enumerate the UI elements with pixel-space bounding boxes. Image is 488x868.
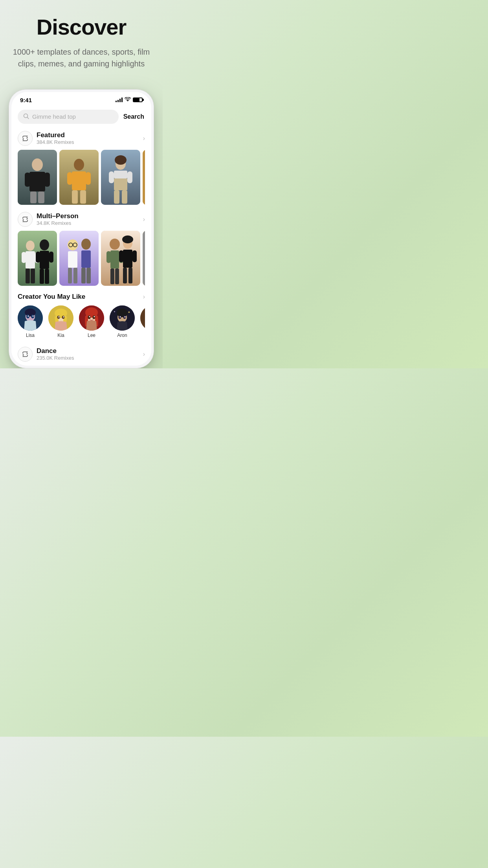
- featured-subtitle: 384.8K Remixes: [37, 139, 74, 145]
- svg-point-72: [33, 315, 34, 316]
- svg-rect-63: [123, 268, 127, 283]
- multi-person-thumb-partial[interactable]: [143, 231, 145, 286]
- svg-rect-4: [29, 172, 45, 191]
- featured-thumb-3[interactable]: [101, 150, 140, 205]
- phone-inner: 9:41: [11, 92, 151, 366]
- svg-line-1: [28, 117, 29, 119]
- search-button[interactable]: Search: [123, 112, 145, 122]
- svg-rect-25: [143, 150, 145, 205]
- creator-name-lisa: Lisa: [26, 333, 35, 338]
- featured-thumb-2[interactable]: [59, 150, 99, 205]
- dance-header-left: Dance 235.0K Remixes: [18, 347, 74, 362]
- svg-rect-31: [26, 268, 30, 283]
- creator-avatar-aron: ✦ ✦: [110, 305, 135, 331]
- status-bar: 9:41: [11, 92, 151, 106]
- svg-rect-62: [132, 250, 137, 262]
- creator-name-kia: Kia: [57, 333, 64, 338]
- battery-icon: [133, 97, 143, 102]
- multi-person-thumb-3[interactable]: [101, 231, 140, 286]
- hero-section: Discover 1000+ templates of dances, spor…: [0, 16, 163, 81]
- svg-rect-20: [114, 178, 127, 190]
- svg-rect-65: [143, 231, 145, 286]
- creator-avatar-ethan: [140, 305, 145, 331]
- multi-person-section-header: Multi–Person 34.8K Remixes ›: [18, 212, 145, 227]
- dance-remix-icon: [18, 347, 33, 362]
- svg-point-82: [85, 307, 98, 318]
- svg-rect-23: [114, 190, 119, 204]
- svg-point-85: [89, 316, 90, 317]
- svg-point-75: [55, 309, 67, 318]
- svg-rect-14: [72, 190, 78, 204]
- creator-avatar-lisa: [18, 305, 43, 331]
- svg-rect-37: [40, 269, 44, 284]
- svg-rect-53: [110, 250, 119, 268]
- creators-section: Creator You May Like ›: [18, 293, 145, 338]
- creators-row: Lisa: [18, 305, 145, 338]
- svg-rect-39: [59, 231, 99, 286]
- dance-title: Dance: [37, 347, 74, 355]
- featured-thumbnails: [18, 150, 145, 205]
- phone-mockup: 9:41: [9, 89, 154, 368]
- svg-rect-61: [119, 250, 123, 262]
- svg-rect-38: [45, 269, 49, 284]
- featured-title: Featured: [37, 131, 74, 139]
- svg-rect-48: [81, 250, 91, 268]
- svg-rect-64: [128, 268, 132, 283]
- svg-point-47: [81, 239, 91, 250]
- svg-point-86: [94, 316, 95, 317]
- hero-subtitle: 1000+ templates of dances, sports, film …: [12, 46, 151, 70]
- svg-point-71: [28, 315, 29, 316]
- search-icon: [23, 113, 29, 120]
- search-row: Gimme head top Search: [18, 110, 145, 124]
- signal-bars-icon: [116, 97, 123, 102]
- svg-point-78: [59, 316, 60, 317]
- creator-kia[interactable]: Kia: [48, 305, 73, 338]
- creator-ethan[interactable]: Ethan: [140, 305, 145, 338]
- svg-rect-56: [110, 268, 114, 284]
- creators-header: Creator You May Like ›: [18, 293, 145, 301]
- creator-aron[interactable]: ✦ ✦ Aron: [110, 305, 135, 338]
- status-icons: [116, 97, 143, 103]
- status-time: 9:41: [20, 97, 32, 103]
- creator-lisa[interactable]: Lisa: [18, 305, 43, 338]
- svg-point-52: [110, 239, 120, 250]
- creator-avatar-kia: [48, 305, 73, 331]
- svg-rect-29: [22, 252, 26, 263]
- svg-point-92: [120, 316, 121, 317]
- featured-chevron-icon[interactable]: ›: [143, 135, 145, 142]
- search-placeholder: Gimme head top: [32, 113, 113, 120]
- featured-thumb-partial[interactable]: [143, 150, 145, 205]
- svg-rect-57: [115, 268, 119, 284]
- multi-person-thumb-2[interactable]: [59, 231, 99, 286]
- svg-point-79: [63, 316, 64, 317]
- dance-subtitle: 235.0K Remixes: [37, 355, 74, 361]
- multi-person-thumb-1[interactable]: [18, 231, 57, 286]
- svg-point-84: [93, 315, 95, 319]
- svg-rect-11: [72, 171, 86, 190]
- svg-rect-35: [36, 252, 40, 263]
- multi-person-header-left: Multi–Person 34.8K Remixes: [18, 212, 79, 227]
- svg-rect-7: [30, 191, 37, 203]
- featured-text: Featured 384.8K Remixes: [37, 131, 74, 145]
- featured-section-header: Featured 384.8K Remixes ›: [18, 131, 145, 146]
- svg-point-33: [40, 239, 49, 250]
- svg-rect-19: [114, 171, 127, 178]
- multi-person-chevron-icon[interactable]: ›: [143, 216, 145, 223]
- svg-rect-54: [106, 251, 111, 263]
- dance-section-header: Dance 235.0K Remixes ›: [18, 344, 145, 362]
- svg-rect-22: [127, 171, 132, 183]
- dance-text: Dance 235.0K Remixes: [37, 347, 74, 361]
- creators-chevron-icon[interactable]: ›: [143, 293, 145, 300]
- svg-rect-36: [49, 252, 53, 263]
- featured-thumb-1[interactable]: [18, 150, 57, 205]
- creator-lee[interactable]: Lee: [79, 305, 104, 338]
- svg-rect-5: [25, 173, 30, 187]
- svg-point-3: [32, 158, 43, 171]
- svg-rect-45: [68, 268, 72, 283]
- dance-chevron-icon[interactable]: ›: [143, 351, 145, 358]
- svg-point-89: [117, 309, 128, 317]
- search-input-wrap[interactable]: Gimme head top: [18, 110, 119, 124]
- creator-avatar-lee: [79, 305, 104, 331]
- svg-point-10: [74, 159, 84, 171]
- svg-text:✦: ✦: [128, 311, 130, 314]
